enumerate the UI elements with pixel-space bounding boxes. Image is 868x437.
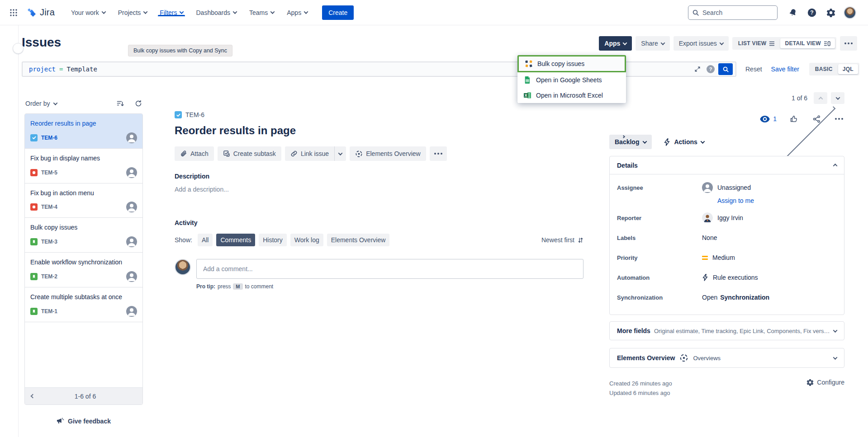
- refresh-icon[interactable]: [135, 100, 142, 107]
- create-button[interactable]: Create: [322, 5, 354, 20]
- assignee-avatar-placeholder: [126, 271, 137, 282]
- save-filter-button[interactable]: Save filter: [771, 66, 799, 73]
- assign-to-me-link[interactable]: Assign to me: [717, 197, 754, 204]
- filter-comments[interactable]: Comments: [216, 234, 255, 246]
- search-input[interactable]: [688, 5, 778, 20]
- settings-button[interactable]: [824, 5, 838, 20]
- created-timestamp: Created 26 minutes ago: [609, 379, 672, 388]
- filter-all[interactable]: All: [198, 234, 213, 246]
- user-avatar: [844, 6, 856, 19]
- issue-card-meta: TEM-3: [30, 236, 137, 247]
- sort-descending-icon[interactable]: [117, 100, 124, 107]
- jql-filter-row: project = Template ? Reset Save filter B…: [22, 61, 859, 77]
- chevron-up-icon: [818, 96, 823, 101]
- comment-input[interactable]: [196, 259, 583, 279]
- automation-actions-button[interactable]: Actions: [664, 138, 704, 146]
- configure-button[interactable]: Configure: [806, 379, 844, 386]
- status-dropdown[interactable]: Backlog: [609, 135, 652, 149]
- toolbar-more-button[interactable]: [430, 146, 447, 161]
- order-by-row: Order by: [24, 97, 143, 110]
- apps-dropdown-button[interactable]: Apps: [599, 36, 632, 51]
- reset-button[interactable]: Reset: [745, 66, 762, 73]
- share-issue-button[interactable]: [811, 113, 822, 124]
- issue-key-link[interactable]: TEM-6: [185, 111, 204, 118]
- nav-dashboards[interactable]: Dashboards: [190, 9, 243, 16]
- jql-editor[interactable]: project = Template ?: [22, 61, 736, 77]
- previous-issue-button[interactable]: [814, 92, 827, 104]
- gear-icon: [806, 379, 814, 386]
- lightning-icon: [664, 138, 670, 146]
- nav-filters[interactable]: Filters: [153, 9, 190, 16]
- expand-editor-button[interactable]: [692, 64, 703, 75]
- nav-apps[interactable]: Apps: [280, 9, 314, 16]
- help-button[interactable]: ?: [805, 5, 819, 20]
- watchers-button[interactable]: 1: [760, 115, 777, 122]
- menu-item-open-google-sheets[interactable]: Open in Google Sheets: [517, 72, 626, 88]
- share-button[interactable]: Share: [636, 36, 669, 51]
- issue-card-tem-2[interactable]: Enable workflow synchronization TEM-2: [25, 253, 142, 287]
- reporter-value[interactable]: Iggy Irvin: [702, 212, 743, 223]
- issue-card-tem-4[interactable]: Fix bug in action menu TEM-4: [25, 183, 142, 218]
- automation-value[interactable]: Rule executions: [702, 274, 758, 281]
- syntax-help-icon[interactable]: ?: [707, 65, 715, 73]
- jira-logo[interactable]: Jira: [26, 7, 55, 18]
- issue-card-tem-5[interactable]: Fix bug in display names TEM-5: [25, 149, 142, 183]
- issue-title[interactable]: Reorder results in page: [175, 124, 583, 137]
- description-heading: Description: [175, 173, 583, 180]
- expand-sidebar-button[interactable]: [13, 43, 24, 54]
- issue-card-tem-1[interactable]: Create multiple subtasks at once TEM-1: [25, 287, 142, 322]
- filter-elements-overview[interactable]: Elements Overview: [327, 234, 390, 246]
- chevron-down-icon: [623, 41, 627, 45]
- list-view-toggle[interactable]: LIST VIEW: [734, 38, 780, 48]
- elements-overview-icon: [355, 150, 363, 158]
- issue-card-title: Bulk copy issues: [30, 224, 137, 231]
- priority-value[interactable]: Medium: [702, 254, 735, 261]
- filter-work-log[interactable]: Work log: [290, 234, 323, 246]
- give-feedback-button[interactable]: Give feedback: [24, 418, 143, 425]
- notifications-button[interactable]: [786, 5, 800, 20]
- elements-overview-button[interactable]: Elements Overview: [350, 146, 426, 161]
- lightning-icon: [702, 274, 708, 281]
- description-placeholder[interactable]: Add a description...: [175, 186, 583, 193]
- apps-dropdown-menu: Bulk copy issues Open in Google Sheets X…: [517, 55, 626, 103]
- chevron-down-icon: [835, 95, 840, 100]
- basic-mode-toggle[interactable]: BASIC: [811, 64, 837, 74]
- export-issues-button[interactable]: Export issues: [674, 36, 729, 51]
- detail-view-toggle[interactable]: DETAIL VIEW: [780, 38, 835, 48]
- issue-card-tem-6[interactable]: Reorder results in page TEM-6: [25, 114, 142, 149]
- bug-type-icon: [30, 203, 38, 211]
- sort-order-button[interactable]: Newest first: [541, 236, 583, 244]
- next-issue-button[interactable]: [831, 92, 844, 104]
- attach-button[interactable]: Attach: [175, 146, 214, 161]
- nav-projects[interactable]: Projects: [112, 9, 154, 16]
- link-issue-more-button[interactable]: [335, 146, 346, 161]
- jql-search-button[interactable]: [718, 63, 733, 75]
- issue-more-button[interactable]: [834, 113, 844, 124]
- menu-item-bulk-copy-issues[interactable]: Bulk copy issues: [517, 55, 626, 72]
- chevron-down-icon: [180, 9, 184, 14]
- list-pagination: 1-6 of 6: [25, 387, 142, 404]
- synchronization-field: Synchronization Open Synchronization: [617, 287, 837, 307]
- chevron-down-icon: [304, 9, 308, 14]
- more-fields-card[interactable]: More fields Original estimate, Time trac…: [609, 321, 844, 340]
- profile-button[interactable]: [843, 5, 857, 20]
- details-card-header[interactable]: Details: [610, 156, 844, 174]
- elements-overview-card[interactable]: Elements Overview Overviews: [609, 348, 844, 368]
- app-switcher-button[interactable]: [6, 5, 21, 20]
- synchronization-label: Synchronization: [617, 294, 702, 301]
- issue-card-tem-3[interactable]: Bulk copy issues TEM-3: [25, 218, 142, 253]
- menu-item-open-microsoft-excel[interactable]: X Open in Microsoft Excel: [517, 88, 626, 103]
- labels-value[interactable]: None: [702, 234, 717, 241]
- like-button[interactable]: [788, 113, 799, 124]
- assignee-avatar-placeholder: [126, 306, 137, 317]
- order-by-dropdown[interactable]: Order by: [25, 100, 57, 107]
- link-issue-button[interactable]: Link issue: [285, 146, 335, 161]
- assignee-value[interactable]: Unassigned: [702, 182, 751, 193]
- header-more-button[interactable]: [840, 36, 857, 51]
- nav-your-work[interactable]: Your work: [65, 9, 112, 16]
- filter-history[interactable]: History: [259, 234, 287, 246]
- create-subtask-button[interactable]: Create subtask: [218, 146, 281, 161]
- nav-teams[interactable]: Teams: [243, 9, 280, 16]
- synchronization-value[interactable]: Open Synchronization: [702, 294, 769, 301]
- jql-mode-toggle[interactable]: JQL: [838, 64, 858, 74]
